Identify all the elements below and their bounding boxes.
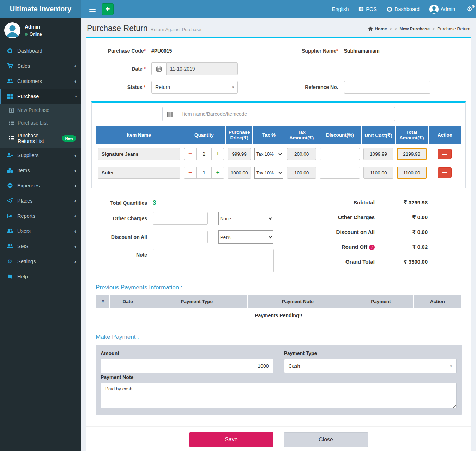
breadcrumb-home[interactable]: Home [368,26,387,31]
breadcrumb-separator: > [390,26,392,31]
discount-type-select[interactable]: Per% [218,230,273,244]
plus-square-icon [9,108,14,113]
item-search-input[interactable] [178,107,395,121]
chevron-left-icon: ‹ [74,78,76,84]
col-quantity: Quantity [182,126,226,144]
settings-gears-icon[interactable]: ⚙⚙ [466,5,472,13]
total-quantities-value: 3 [153,199,156,206]
col-purchase-price: Purchase Price(₹) [226,126,253,144]
user-menu[interactable]: Admin [429,5,455,14]
close-button[interactable]: Close [284,432,368,447]
qty-increase-button[interactable]: + [212,148,224,160]
discount-on-all-label: Discount on All [96,234,153,240]
col-payment-type: Payment Type [146,295,248,308]
other-charges-field[interactable] [153,212,208,225]
content-header: Purchase Return Return Against Purchase … [81,18,476,37]
quick-add-button[interactable]: + [102,3,114,15]
col-payment: Payment [348,295,414,308]
tax-select[interactable]: Tax 10% [254,167,283,179]
info-icon[interactable]: i [369,245,375,250]
chevron-left-icon: ‹ [74,243,76,249]
qty-decrease-button[interactable]: − [184,167,196,179]
sidebar-item-dashboard[interactable]: Dashboard [0,43,81,58]
purchase-return-form: Purchase Code* #PU0015 Date * [91,45,466,99]
qty-field[interactable] [196,167,212,179]
chevron-down-icon: ‹ [72,95,78,97]
qty-decrease-button[interactable]: − [184,148,196,160]
date-field[interactable] [166,62,238,75]
pos-link[interactable]: POS [358,6,377,12]
sidebar-item-users[interactable]: Users‹ [0,223,81,239]
sidebar-item-items[interactable]: Items‹ [0,163,81,178]
breadcrumb-separator: > [394,26,397,31]
users-icon [7,78,13,84]
sidebar-item-new-purchase[interactable]: New Purchase [0,104,81,116]
reference-no-field[interactable] [344,81,430,94]
language-link[interactable]: English [332,6,349,12]
amount-label: Amount [101,350,273,356]
total-amount-field [397,167,427,179]
supplier-name-value: Subhramaniam [344,48,380,54]
col-action: Action [428,126,461,144]
sidebar-item-purchase-list[interactable]: Purchase List [0,116,81,129]
sidebar-user-panel: Admin Online [0,18,81,43]
breadcrumb-current: Purchase Return [437,26,470,31]
sidebar-avatar [4,22,20,38]
caret-down-icon: ▾ [450,364,452,368]
sidebar-item-purchase-returns-list[interactable]: Purchase Returns List New [0,129,81,148]
tax-amount-field [287,148,316,160]
remove-item-button[interactable] [438,167,452,178]
chevron-left-icon: ‹ [74,198,76,204]
sidebar-item-expenses[interactable]: Expenses‹ [0,178,81,193]
navbar: + English POS Dashboard Admin [81,0,476,18]
payment-note-field[interactable]: Paid by cash [101,383,457,408]
previous-payments-table: # Date Payment Type Payment Note Payment… [96,295,462,323]
breadcrumb-separator: > [432,26,435,31]
sidebar-item-sms[interactable]: SMS‹ [0,239,81,254]
breadcrumb-new-purchase[interactable]: New Purchase [399,26,429,31]
dashboard-link[interactable]: Dashboard [387,6,420,12]
status-select[interactable]: Return▾ [151,81,238,94]
gears-icon: ⚙ [7,258,13,265]
save-button[interactable]: Save [189,432,273,447]
paper-plane-icon [7,198,13,203]
users-icon [7,243,13,249]
sidebar-item-settings[interactable]: ⚙ Settings‹ [0,254,81,269]
discount-field[interactable] [320,148,360,160]
sidebar-menu: Dashboard Sales‹ Customers‹ Purchase‹ Ne… [0,43,81,284]
unit-cost-field [363,148,393,160]
chevron-left-icon: ‹ [74,228,76,234]
sidebar-item-purchase[interactable]: Purchase‹ [0,89,81,104]
chevron-left-icon: ‹ [74,167,76,173]
sidebar-toggle-icon[interactable] [85,0,100,18]
calendar-icon [151,62,166,75]
remove-item-button[interactable] [438,149,452,159]
discount-field[interactable] [320,167,360,179]
qty-increase-button[interactable]: + [212,167,224,179]
col-date: Date [109,295,146,308]
col-unit-cost: Unit Cost(₹) [362,126,395,144]
sidebar-item-help[interactable]: Help [0,269,81,284]
sidebar-item-customers[interactable]: Customers‹ [0,73,81,89]
other-charges-type-select[interactable]: None [218,212,273,225]
app-logo[interactable]: Ultimate Inventory [0,0,81,18]
qty-field[interactable] [196,148,212,160]
payments-pending-message: Payments Pending!! [96,308,461,323]
amount-field[interactable] [101,359,273,373]
minus-circle-icon [7,183,13,188]
barcode-icon [162,107,178,121]
sidebar-item-reports[interactable]: Reports‹ [0,208,81,223]
bar-chart-icon [7,214,13,218]
make-payment-heading: Make Payment : [91,329,466,344]
discount-on-all-field[interactable] [153,231,208,243]
sidebar-item-suppliers[interactable]: Suppliers‹ [0,148,81,163]
top-navbar: Ultimate Inventory + English POS Dashboa… [0,0,476,18]
sidebar-item-sales[interactable]: Sales‹ [0,58,81,73]
note-field[interactable] [153,249,274,272]
grand-total-value: ₹ 3300.00 [375,259,428,265]
list-icon [9,121,14,125]
discount-on-all-row: Discount on All ₹ 0.00 [316,229,428,235]
tax-select[interactable]: Tax 10% [254,148,283,160]
sidebar-item-places[interactable]: Places‹ [0,193,81,208]
payment-type-select[interactable]: Cash▾ [284,359,457,373]
